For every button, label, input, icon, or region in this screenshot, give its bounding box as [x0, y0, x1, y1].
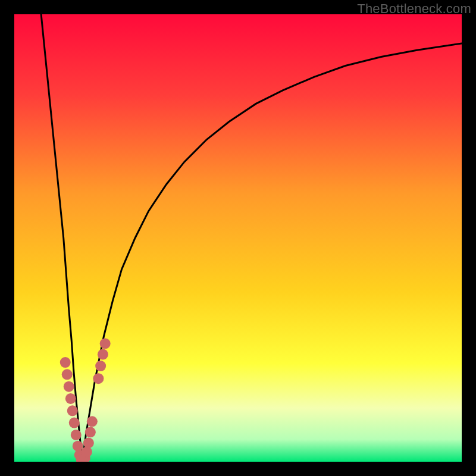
curve-right-branch: [82, 43, 462, 462]
curve-layer: [14, 14, 462, 462]
highlight-dot: [98, 349, 108, 360]
highlight-dot: [64, 381, 74, 392]
highlight-dot: [65, 393, 76, 404]
highlight-dot: [93, 373, 104, 384]
highlight-dot: [69, 418, 80, 428]
highlight-dot: [60, 357, 71, 368]
chart-frame: TheBottleneck.com: [0, 0, 476, 476]
highlight-dot: [95, 361, 106, 371]
plot-area: [14, 14, 462, 462]
highlight-dot: [62, 369, 73, 380]
highlight-dot: [82, 446, 92, 457]
watermark-text: TheBottleneck.com: [357, 1, 471, 17]
highlight-dot: [100, 338, 111, 349]
highlight-dot: [71, 430, 82, 440]
highlight-dots: [60, 338, 111, 462]
highlight-dot: [83, 437, 94, 448]
curve-left-branch: [41, 14, 82, 462]
highlight-dot: [73, 441, 83, 452]
highlight-dot: [67, 405, 78, 416]
highlight-dot: [87, 416, 98, 427]
highlight-dot: [85, 427, 96, 437]
